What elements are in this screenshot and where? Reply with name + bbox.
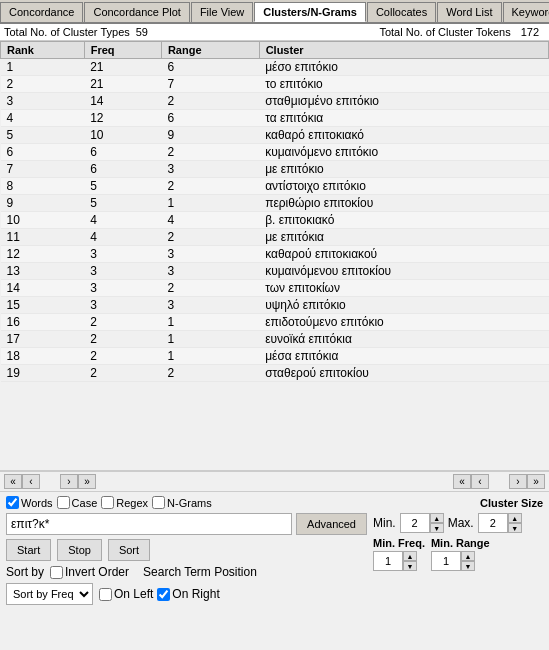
scroll-left-first[interactable]: « (4, 474, 22, 489)
tab-bar: Concordance Concordance Plot File View C… (0, 0, 549, 24)
tab-clusters-ngrams[interactable]: Clusters/N-Grams (254, 2, 366, 22)
cluster-max-down[interactable]: ▼ (508, 523, 522, 533)
total-cluster-tokens-label: Total No. of Cluster Tokens (379, 26, 510, 38)
min-label: Min. (373, 516, 396, 530)
cell-rank: 2 (1, 76, 85, 93)
cell-freq: 2 (84, 365, 161, 382)
cluster-min-up[interactable]: ▲ (430, 513, 444, 523)
start-button[interactable]: Start (6, 539, 51, 561)
tab-word-list[interactable]: Word List (437, 2, 501, 22)
on-right-label[interactable]: On Right (157, 587, 219, 601)
invert-order-checkbox[interactable] (50, 566, 63, 579)
ngrams-checkbox-label[interactable]: N-Grams (152, 496, 212, 509)
min-range-input[interactable] (431, 551, 461, 571)
cell-range: 1 (161, 195, 259, 212)
stop-button[interactable]: Stop (57, 539, 102, 561)
cell-freq: 2 (84, 331, 161, 348)
col-header-freq[interactable]: Freq (84, 42, 161, 59)
table-row[interactable]: 1333κυμαινόμενου επιτοκίου (1, 263, 549, 280)
cell-range: 2 (161, 229, 259, 246)
invert-order-label[interactable]: Invert Order (50, 565, 129, 579)
advanced-button[interactable]: Advanced (296, 513, 367, 535)
case-checkbox-label[interactable]: Case (57, 496, 98, 509)
scroll-right[interactable]: › (60, 474, 78, 489)
sort-button[interactable]: Sort (108, 539, 150, 561)
tab-collocates[interactable]: Collocates (367, 2, 436, 22)
case-checkbox[interactable] (57, 496, 70, 509)
cell-range: 3 (161, 161, 259, 178)
cluster-min-input[interactable] (400, 513, 430, 533)
col-header-rank[interactable]: Rank (1, 42, 85, 59)
on-left-label[interactable]: On Left (99, 587, 153, 601)
table-row[interactable]: 662κυμαινόμενο επιτόκιο (1, 144, 549, 161)
on-left-checkbox[interactable] (99, 588, 112, 601)
table-row[interactable]: 1922σταθερού επιτοκίου (1, 365, 549, 382)
search-input[interactable] (6, 513, 292, 535)
cell-freq: 14 (84, 93, 161, 110)
scroll-nav: « ‹ › » « ‹ › » (0, 471, 549, 491)
table-row[interactable]: 1142με επιτόκια (1, 229, 549, 246)
table-row[interactable]: 1044β. επιτοκιακό (1, 212, 549, 229)
table-row[interactable]: 1233καθαρού επιτοκιακού (1, 246, 549, 263)
cell-freq: 2 (84, 348, 161, 365)
regex-checkbox-label[interactable]: Regex (101, 496, 148, 509)
table-row[interactable]: 763με επιτόκιο (1, 161, 549, 178)
scroll-left-first-2[interactable]: « (453, 474, 471, 489)
table-row[interactable]: 1216μέσο επιτόκιο (1, 59, 549, 76)
tab-keyword-list[interactable]: Keyword List (503, 2, 550, 22)
min-range-up[interactable]: ▲ (461, 551, 475, 561)
cell-cluster: αντίστοιχο επιτόκιο (259, 178, 548, 195)
tab-concordance[interactable]: Concordance (0, 2, 83, 22)
scroll-left-2[interactable]: ‹ (471, 474, 489, 489)
words-checkbox[interactable] (6, 496, 19, 509)
table-row[interactable]: 4126τα επιτόκια (1, 110, 549, 127)
min-range-col: Min. Range ▲ ▼ (431, 537, 490, 571)
table-row[interactable]: 951περιθώριο επιτοκίου (1, 195, 549, 212)
table-row[interactable]: 1432των επιτοκίων (1, 280, 549, 297)
cell-cluster: κυμαινόμενου επιτοκίου (259, 263, 548, 280)
table-row[interactable]: 1621επιδοτούμενο επιτόκιο (1, 314, 549, 331)
tab-file-view[interactable]: File View (191, 2, 253, 22)
cluster-table: Rank Freq Range Cluster 1216μέσο επιτόκι… (0, 41, 549, 382)
cell-rank: 12 (1, 246, 85, 263)
bottom-left: Advanced Start Stop Sort Sort by Invert … (6, 513, 367, 609)
table-row[interactable]: 5109καθαρό επιτοκιακό (1, 127, 549, 144)
table-row[interactable]: 1721ευνοϊκά επιτόκια (1, 331, 549, 348)
data-table-wrapper: Rank Freq Range Cluster 1216μέσο επιτόκι… (0, 41, 549, 471)
cell-rank: 18 (1, 348, 85, 365)
scroll-right-2[interactable]: › (509, 474, 527, 489)
scroll-right-last[interactable]: » (78, 474, 96, 489)
scroll-right-last-2[interactable]: » (527, 474, 545, 489)
min-freq-input[interactable] (373, 551, 403, 571)
table-row[interactable]: 3142σταθμισμένο επιτόκιο (1, 93, 549, 110)
min-range-down[interactable]: ▼ (461, 561, 475, 571)
cell-cluster: με επιτόκια (259, 229, 548, 246)
cluster-max-up[interactable]: ▲ (508, 513, 522, 523)
cluster-max-input[interactable] (478, 513, 508, 533)
cell-range: 2 (161, 93, 259, 110)
action-row: Start Stop Sort (6, 539, 367, 561)
min-freq-up[interactable]: ▲ (403, 551, 417, 561)
min-freq-down[interactable]: ▼ (403, 561, 417, 571)
regex-checkbox[interactable] (101, 496, 114, 509)
cluster-min-down[interactable]: ▼ (430, 523, 444, 533)
col-header-cluster[interactable]: Cluster (259, 42, 548, 59)
words-label: Words (21, 497, 53, 509)
cell-freq: 4 (84, 229, 161, 246)
ngrams-checkbox[interactable] (152, 496, 165, 509)
cell-rank: 16 (1, 314, 85, 331)
tab-concordance-plot[interactable]: Concordance Plot (84, 2, 189, 22)
col-header-range[interactable]: Range (161, 42, 259, 59)
cell-rank: 7 (1, 161, 85, 178)
scroll-left[interactable]: ‹ (22, 474, 40, 489)
table-row[interactable]: 852αντίστοιχο επιτόκιο (1, 178, 549, 195)
sort-by-select[interactable]: Sort by Freq (6, 583, 93, 605)
cell-freq: 5 (84, 178, 161, 195)
words-checkbox-label[interactable]: Words (6, 496, 53, 509)
cell-range: 9 (161, 127, 259, 144)
on-right-checkbox[interactable] (157, 588, 170, 601)
total-cluster-types-value: 59 (136, 26, 148, 38)
table-row[interactable]: 2217το επιτόκιο (1, 76, 549, 93)
table-row[interactable]: 1533υψηλό επιτόκιο (1, 297, 549, 314)
table-row[interactable]: 1821μέσα επιτόκια (1, 348, 549, 365)
